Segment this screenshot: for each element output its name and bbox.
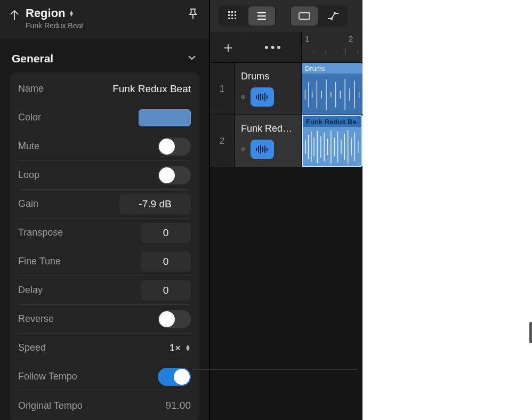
svg-rect-2 xyxy=(235,11,236,13)
timeline-ruler[interactable]: 1 2 xyxy=(302,32,362,62)
track-number: 2 xyxy=(210,115,235,167)
track-header[interactable]: Drums xyxy=(235,63,302,115)
callout-line xyxy=(192,369,357,370)
value-fine-tune[interactable]: 0 xyxy=(141,252,191,272)
toggle-mute[interactable] xyxy=(158,138,191,156)
svg-point-14 xyxy=(334,12,336,14)
color-swatch[interactable] xyxy=(139,109,191,126)
row-delay: Delay 0 xyxy=(18,276,191,305)
scroll-indicator[interactable] xyxy=(529,322,533,343)
value-speed: 1× xyxy=(169,342,181,354)
label-fine-tune: Fine Tune xyxy=(18,256,61,267)
label-follow-tempo: Follow Tempo xyxy=(18,371,77,382)
value-original-tempo: 91.00 xyxy=(165,400,191,411)
automation-tool-icon[interactable] xyxy=(320,6,346,26)
region-inspector: Region ▲▼ Funk Redux Beat General xyxy=(0,0,209,420)
ruler: ＋ ••• 1 2 xyxy=(210,32,362,63)
section-title: General xyxy=(12,52,53,65)
value-gain[interactable]: -7.9 dB xyxy=(119,194,191,214)
label-mute: Mute xyxy=(18,141,39,152)
inspector-title[interactable]: Region xyxy=(26,6,66,20)
row-loop: Loop xyxy=(18,161,191,190)
section-header-general[interactable]: General xyxy=(10,39,199,72)
label-original-tempo: Original Tempo xyxy=(18,400,83,411)
audio-waveform-icon[interactable] xyxy=(251,140,274,159)
region-label: Funk Redux Be xyxy=(306,118,357,126)
row-reverse: Reverse xyxy=(18,305,191,334)
toggle-reverse[interactable] xyxy=(158,310,191,328)
track-name: Drums xyxy=(241,71,295,82)
row-color[interactable]: Color xyxy=(18,103,191,132)
label-delay: Delay xyxy=(18,285,43,296)
region-tool-icon[interactable] xyxy=(291,6,318,26)
svg-rect-0 xyxy=(228,11,230,13)
label-gain: Gain xyxy=(18,198,38,209)
svg-rect-7 xyxy=(231,18,233,19)
edit-mode-group xyxy=(290,5,348,27)
tracks-toolbar xyxy=(210,0,362,32)
audio-region-selected[interactable]: Funk Redux Be xyxy=(302,115,362,167)
waveform-icon xyxy=(304,129,360,165)
region-lane[interactable]: Funk Redux Be xyxy=(302,115,362,167)
svg-point-13 xyxy=(331,18,333,20)
svg-rect-12 xyxy=(299,13,310,19)
label-name: Name xyxy=(18,83,44,94)
track-name: Funk Red… xyxy=(241,123,295,134)
inspector-subtitle: Funk Redux Beat xyxy=(26,21,83,30)
mute-indicator-icon[interactable] xyxy=(241,95,245,99)
row-mute: Mute xyxy=(18,132,191,161)
row-fine-tune: Fine Tune 0 xyxy=(18,247,191,276)
row-original-tempo: Original Tempo 91.00 xyxy=(18,391,191,420)
waveform-icon xyxy=(303,76,361,114)
speed-stepper-icon[interactable]: ▲▼ xyxy=(185,345,191,351)
label-loop: Loop xyxy=(18,169,39,181)
ruler-marker-2: 2 xyxy=(349,34,353,43)
svg-rect-4 xyxy=(231,14,233,16)
back-arrow-icon[interactable] xyxy=(9,7,20,24)
toggle-loop[interactable] xyxy=(158,166,191,184)
track-row[interactable]: 1 Drums Drums xyxy=(210,63,362,115)
row-name[interactable]: Name Funk Redux Beat xyxy=(18,75,191,103)
label-speed: Speed xyxy=(18,342,46,353)
inspector-header: Region ▲▼ Funk Redux Beat xyxy=(0,0,209,39)
tracks-area: ＋ ••• 1 2 1 Drums xyxy=(209,0,362,420)
row-transpose: Transpose 0 xyxy=(18,219,191,247)
mute-indicator-icon[interactable] xyxy=(241,147,245,151)
track-row[interactable]: 2 Funk Red… Funk Redux Be xyxy=(210,115,362,167)
track-number: 1 xyxy=(210,63,235,115)
region-lane[interactable]: Drums xyxy=(302,63,362,115)
general-panel: Name Funk Redux Beat Color Mute Loop Gai… xyxy=(10,72,199,420)
row-speed[interactable]: Speed 1× ▲▼ xyxy=(18,334,191,362)
row-gain: Gain -7.9 dB xyxy=(18,190,191,219)
ruler-marker-1: 1 xyxy=(305,34,309,43)
value-name[interactable]: Funk Redux Beat xyxy=(112,83,191,95)
svg-rect-3 xyxy=(228,14,230,16)
region-label: Drums xyxy=(305,64,325,72)
updown-icon[interactable]: ▲▼ xyxy=(69,11,75,17)
list-view-icon[interactable] xyxy=(248,6,275,26)
pin-icon[interactable] xyxy=(186,6,200,21)
more-menu-icon[interactable]: ••• xyxy=(264,41,283,54)
svg-rect-6 xyxy=(228,18,230,19)
value-transpose[interactable]: 0 xyxy=(141,223,191,243)
add-track-button[interactable]: ＋ xyxy=(221,37,236,58)
grid-view-icon[interactable] xyxy=(220,6,246,26)
audio-region[interactable]: Drums xyxy=(302,63,362,115)
value-delay[interactable]: 0 xyxy=(141,280,191,301)
svg-rect-8 xyxy=(235,18,236,19)
view-mode-group xyxy=(219,5,276,27)
track-header[interactable]: Funk Red… xyxy=(235,115,302,167)
track-list: 1 Drums Drums xyxy=(210,63,362,420)
audio-waveform-icon[interactable] xyxy=(251,87,274,107)
toggle-follow-tempo[interactable] xyxy=(158,368,191,386)
svg-rect-5 xyxy=(235,14,236,16)
svg-rect-1 xyxy=(231,11,233,13)
label-transpose: Transpose xyxy=(18,227,63,238)
row-follow-tempo: Follow Tempo xyxy=(18,362,191,391)
label-color: Color xyxy=(18,112,41,123)
label-reverse: Reverse xyxy=(18,313,54,325)
chevron-down-icon xyxy=(187,52,197,65)
